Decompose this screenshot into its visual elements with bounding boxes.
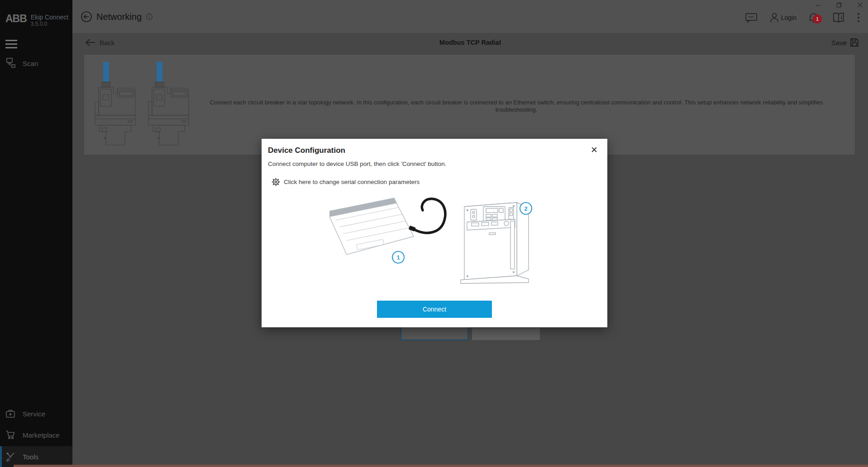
manual-book-icon[interactable]	[832, 12, 845, 23]
kebab-menu-icon[interactable]	[857, 12, 860, 23]
modal-instruction: Connect computer to device USB port, the…	[268, 160, 447, 167]
user-icon	[769, 12, 779, 23]
window-controls	[815, 2, 863, 8]
notification-badge: 1	[813, 14, 822, 24]
page-title: Networking	[96, 12, 142, 22]
active-item-indicator	[0, 446, 2, 467]
abb-logo: ABB	[5, 14, 27, 24]
background-option[interactable]	[472, 328, 540, 340]
sidebar-item-label: Service	[23, 410, 45, 418]
sidebar-item-scan[interactable]: Scan	[0, 55, 72, 71]
sidebar-item-label: Scan	[23, 60, 38, 67]
notifications-button[interactable]: 1	[808, 12, 820, 24]
close-window-icon[interactable]	[856, 2, 863, 8]
login-button[interactable]: Login	[769, 12, 796, 23]
login-label: Login	[781, 14, 796, 21]
gear-icon	[272, 178, 280, 186]
maximize-icon[interactable]	[835, 2, 843, 8]
device-configuration-modal: Device Configuration ✕ Connect computer …	[262, 139, 607, 327]
back-circle-icon[interactable]	[81, 11, 92, 23]
info-icon[interactable]	[146, 13, 153, 20]
hamburger-menu-icon[interactable]	[5, 40, 17, 51]
save-floppy-icon	[850, 38, 859, 47]
modal-title: Device Configuration	[268, 146, 345, 155]
configuration-title: Modbus TCP Radial	[72, 39, 868, 46]
top-header-bar: Networking Login 1	[72, 0, 868, 33]
serial-link-label: Click here to change serial connection p…	[284, 179, 420, 185]
connect-button[interactable]: Connect	[377, 301, 492, 318]
cart-icon	[5, 430, 15, 440]
tools-icon	[5, 452, 15, 462]
minimize-icon[interactable]	[815, 2, 822, 8]
service-toolbox-icon	[5, 409, 15, 419]
save-button[interactable]: Save	[831, 38, 859, 47]
topology-description: Connect each circuit breaker in a star t…	[193, 99, 840, 113]
sidebar-item-label: Marketplace	[23, 431, 60, 439]
step-1-badge: 1	[396, 254, 400, 261]
background-option-selected[interactable]	[401, 326, 468, 340]
step-2-badge: 2	[524, 205, 527, 212]
app-version: 3.5.0.0	[31, 21, 68, 27]
sidebar: ABB Ekip Connect 3.5.0.0 Scan Service	[0, 0, 72, 467]
close-modal-icon[interactable]: ✕	[589, 145, 599, 155]
app-name: Ekip Connect	[31, 14, 68, 21]
usb-connection-illustration: 1	[329, 193, 540, 288]
serial-parameters-link[interactable]: Click here to change serial connection p…	[272, 178, 420, 186]
sidebar-item-label: Tools	[23, 453, 38, 461]
network-scan-icon	[5, 58, 15, 69]
sidebar-item-tools[interactable]: Tools	[0, 446, 72, 467]
app-logo-row: ABB Ekip Connect 3.5.0.0	[5, 14, 68, 27]
toolbar: Back Modbus TCP Radial Save	[72, 33, 868, 54]
circuit-breakers-illustration	[90, 62, 196, 149]
sidebar-item-marketplace[interactable]: Marketplace	[0, 427, 72, 443]
sidebar-item-service[interactable]: Service	[0, 406, 72, 422]
save-label: Save	[831, 39, 847, 47]
chat-icon[interactable]	[745, 12, 758, 24]
bottom-edge-strip	[14, 465, 868, 467]
